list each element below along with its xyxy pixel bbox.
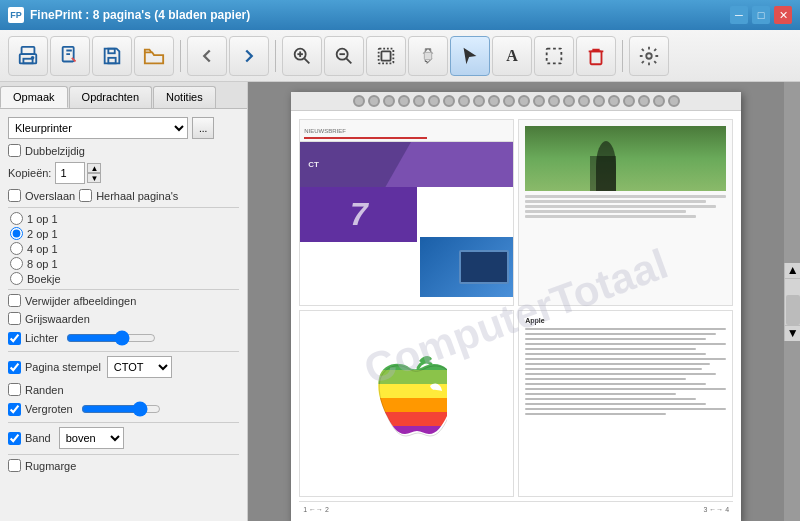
- page1-red-bar: [304, 137, 427, 139]
- grijswaarden-label: Grijswaarden: [25, 313, 90, 325]
- grijswaarden-checkbox[interactable]: [8, 312, 21, 325]
- svg-rect-16: [424, 52, 431, 59]
- band-checkbox[interactable]: [8, 432, 21, 445]
- text-line: [525, 343, 726, 345]
- page1-label: NIEUWSBRIEF: [300, 120, 513, 142]
- svg-rect-17: [547, 48, 562, 63]
- fit-button[interactable]: [366, 36, 406, 76]
- verwijder-row: Verwijder afbeeldingen: [8, 294, 239, 307]
- separator-3: [622, 40, 623, 72]
- kopieeen-label: Kopieën:: [8, 167, 51, 179]
- layout-boekje-radio[interactable]: [10, 272, 23, 285]
- layout-4op1-radio[interactable]: [10, 242, 23, 255]
- dubbelzijdig-label: Dubbelzijdig: [25, 145, 85, 157]
- zoom-out-button[interactable]: [324, 36, 364, 76]
- pagina-stempel-select[interactable]: CTOT Geen: [107, 356, 172, 378]
- scroll-thumb[interactable]: [786, 295, 800, 325]
- zoom-in-button[interactable]: [282, 36, 322, 76]
- page4-title: Apple: [525, 317, 726, 324]
- text-line: [525, 358, 726, 360]
- spiral-hole: [353, 95, 365, 107]
- page-4: Apple: [518, 310, 733, 497]
- herhaal-checkbox[interactable]: [79, 189, 92, 202]
- spiral-hole: [503, 95, 515, 107]
- randen-row: Randen: [8, 383, 239, 396]
- preview-area: ComputerTotaal NIEUWSBRIEF: [248, 82, 784, 521]
- text-line: [525, 210, 686, 213]
- text-line: [525, 363, 710, 365]
- pagina-stempel-checkbox[interactable]: [8, 361, 21, 374]
- close-button[interactable]: ✕: [774, 6, 792, 24]
- save-button[interactable]: [92, 36, 132, 76]
- tab-opdrachten[interactable]: Opdrachten: [69, 86, 152, 108]
- kopieeen-input[interactable]: [55, 162, 85, 184]
- text-line: [525, 195, 726, 198]
- scroll-up-button[interactable]: ▲: [785, 263, 800, 279]
- printer-more-button[interactable]: ...: [192, 117, 214, 139]
- layout-1op1-row: 1 op 1: [10, 212, 239, 225]
- svg-rect-24: [367, 412, 447, 426]
- layout-8op1-radio[interactable]: [10, 257, 23, 270]
- lichter-slider[interactable]: [66, 330, 156, 346]
- page-2: [518, 119, 733, 306]
- vergroten-slider[interactable]: [81, 401, 161, 417]
- printer-select[interactable]: Kleurprinter: [8, 117, 188, 139]
- vergroten-checkbox[interactable]: [8, 403, 21, 416]
- select-button[interactable]: [534, 36, 574, 76]
- text-button[interactable]: A: [492, 36, 532, 76]
- back-button[interactable]: [187, 36, 227, 76]
- settings-button[interactable]: [629, 36, 669, 76]
- pan-button[interactable]: [408, 36, 448, 76]
- spiral-hole: [443, 95, 455, 107]
- open-button[interactable]: [134, 36, 174, 76]
- page1-header: CT: [300, 142, 513, 187]
- spiral-hole: [623, 95, 635, 107]
- maximize-button[interactable]: □: [752, 6, 770, 24]
- text-line: [525, 403, 706, 405]
- overslaan-checkbox[interactable]: [8, 189, 21, 202]
- printer-row: Kleurprinter ...: [8, 117, 239, 139]
- spiral-hole: [413, 95, 425, 107]
- page4-content: Apple: [519, 311, 732, 421]
- vertical-scrollbar[interactable]: ▲ ▼: [784, 263, 800, 341]
- properties-button[interactable]: [50, 36, 90, 76]
- scroll-down-button[interactable]: ▼: [785, 325, 800, 341]
- spiral-hole: [383, 95, 395, 107]
- svg-line-10: [304, 58, 309, 63]
- spin-down-button[interactable]: ▼: [87, 173, 101, 183]
- overslaan-row: Overslaan Herhaal pagina's: [8, 189, 239, 202]
- tab-opmaak[interactable]: Opmaak: [0, 86, 68, 108]
- band-select[interactable]: boven onder links rechts: [59, 427, 124, 449]
- pagina-stempel-row: Pagina stempel CTOT Geen: [8, 356, 239, 378]
- verwijder-checkbox[interactable]: [8, 294, 21, 307]
- svg-rect-15: [381, 51, 390, 60]
- spin-up-button[interactable]: ▲: [87, 163, 101, 173]
- layout-4op1-label: 4 op 1: [27, 243, 58, 255]
- page-3: [299, 310, 514, 497]
- minimize-button[interactable]: ─: [730, 6, 748, 24]
- layout-2op1-radio[interactable]: [10, 227, 23, 240]
- svg-rect-6: [108, 48, 114, 53]
- layout-4op1-row: 4 op 1: [10, 242, 239, 255]
- lichter-checkbox[interactable]: [8, 332, 21, 345]
- doc-content: ComputerTotaal NIEUWSBRIEF: [291, 111, 741, 521]
- tab-notities[interactable]: Notities: [153, 86, 216, 108]
- kopieeen-row: Kopieën: ▲ ▼: [8, 162, 239, 184]
- rugmarge-checkbox[interactable]: [8, 459, 21, 472]
- delete-button[interactable]: [576, 36, 616, 76]
- cursor-button[interactable]: [450, 36, 490, 76]
- dubbelzijdig-checkbox[interactable]: [8, 144, 21, 157]
- print-button[interactable]: [8, 36, 48, 76]
- band-row: Band boven onder links rechts: [8, 427, 239, 449]
- layout-1op1-label: 1 op 1: [27, 213, 58, 225]
- vergroten-label: Vergroten: [25, 403, 73, 415]
- rugmarge-row: Rugmarge: [8, 459, 239, 472]
- forward-button[interactable]: [229, 36, 269, 76]
- layout-radio-group: 1 op 1 2 op 1 4 op 1 8 op 1 Boekje: [8, 212, 239, 285]
- layout-1op1-radio[interactable]: [10, 212, 23, 225]
- randen-checkbox[interactable]: [8, 383, 21, 396]
- text-line: [525, 205, 716, 208]
- spiral-hole: [638, 95, 650, 107]
- svg-rect-18: [591, 51, 602, 64]
- spiral-hole: [593, 95, 605, 107]
